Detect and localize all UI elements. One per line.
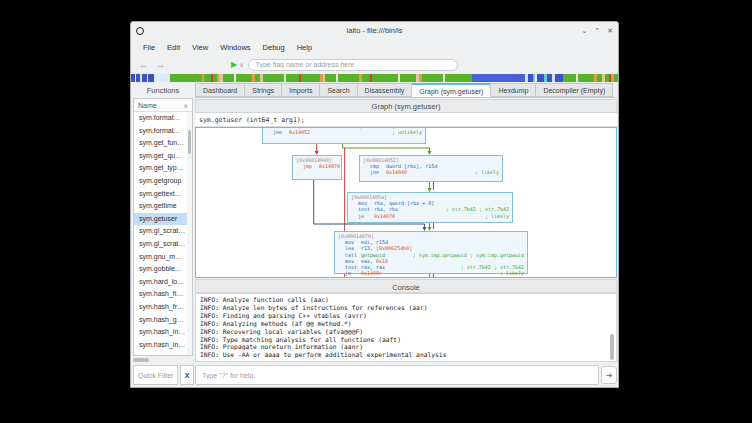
arrow-right-icon: ➜ <box>606 371 613 380</box>
function-signature: sym.getuser (int64_t arg1); <box>195 113 617 127</box>
tab-hexdump[interactable]: Hexdump <box>491 83 536 97</box>
tab-strings[interactable]: Strings <box>245 83 282 97</box>
asm-comment: ; likely <box>477 213 509 219</box>
asm-line: je 0x1409c ; likely <box>338 270 524 276</box>
function-item[interactable]: sym.hash_in… <box>134 326 187 339</box>
function-item[interactable]: sym.hash_in… <box>134 339 187 352</box>
console-dock-title-bar: Console <box>195 279 617 293</box>
memory-segment <box>362 74 370 82</box>
console-output: INFO: Analyze function calls (aac)INFO: … <box>195 293 617 362</box>
tab-imports[interactable]: Imports <box>282 83 320 97</box>
function-item[interactable]: sym.getgroup <box>134 175 187 188</box>
chevron-down-icon[interactable]: ∨ <box>239 61 243 68</box>
basic-block[interactable]: [0x00014052]cmp dword [rbx], r15d jne 0x… <box>359 155 503 182</box>
asm-comment: ; unlikely <box>384 129 422 135</box>
basic-block[interactable]: [0x00014048]jmp 0x14070 <box>292 155 342 180</box>
basic-block[interactable]: [0x00014070]mov edi, r15d lea r13, [0x00… <box>334 231 528 274</box>
function-item[interactable]: sym.gettime <box>134 200 187 213</box>
tab-disassembly[interactable]: Disassembly <box>358 83 413 97</box>
memory-segment <box>555 74 563 82</box>
continue-icon[interactable]: ▶ <box>231 60 237 69</box>
function-item[interactable]: sym.getuser <box>134 213 187 226</box>
minimize-icon[interactable]: ⌄ <box>581 27 587 34</box>
asm-text: je 0x14070 <box>351 213 395 219</box>
function-item[interactable]: sym.get_typ… <box>134 162 187 175</box>
memory-segment <box>301 74 320 82</box>
function-item[interactable]: sym.format… <box>134 112 187 125</box>
function-item[interactable]: sym.gettext… <box>134 188 187 201</box>
execute-command-button[interactable]: ➜ <box>601 366 617 384</box>
function-item[interactable]: sym.get_qu… <box>134 150 187 163</box>
scrollbar-thumb[interactable] <box>188 130 191 154</box>
memory-segment <box>578 74 594 82</box>
tab-dashboard[interactable]: Dashboard <box>195 83 245 97</box>
forward-icon[interactable]: → <box>156 60 165 70</box>
function-item[interactable]: sym.gl_scrat… <box>134 225 187 238</box>
functions-column-header[interactable]: Name ∧ <box>134 99 192 112</box>
clear-filter-button[interactable]: X <box>180 365 194 385</box>
console-command-input[interactable] <box>195 365 599 385</box>
graph-canvas[interactable]: test rbx, rbx ; str.7b42 ; str.7a42jne 0… <box>195 127 617 278</box>
sort-ascending-icon: ∧ <box>184 102 188 109</box>
menu-item-help[interactable]: Help <box>291 41 318 54</box>
functions-vertical-scrollbar[interactable] <box>187 112 192 355</box>
functions-items: sym.format…sym.format…sym.get_fun…sym.ge… <box>134 112 187 355</box>
memory-segment <box>614 74 618 82</box>
asm-line: je 0x14070 ; likely <box>351 213 509 219</box>
scrollbar-thumb[interactable] <box>133 358 149 362</box>
console-line: INFO: Finding and parsing C++ vtables (a… <box>200 312 612 320</box>
function-item[interactable]: sym.gnu_m… <box>134 251 187 264</box>
asm-comment: ; likely <box>492 270 524 276</box>
toolbar: ← → ▶ ∨ <box>131 56 618 73</box>
memory-segment <box>537 74 544 82</box>
tab-search[interactable]: Search <box>320 83 357 97</box>
menu-item-view[interactable]: View <box>186 41 214 54</box>
memory-segment <box>400 74 416 82</box>
function-item[interactable]: sym.hash_g… <box>134 314 187 327</box>
function-item[interactable]: sym.format… <box>134 125 187 138</box>
menu-item-edit[interactable]: Edit <box>161 41 186 54</box>
window-title: iaito - file:///bin/ls <box>131 26 618 35</box>
functions-horizontal-scrollbar[interactable] <box>133 358 193 362</box>
asm-line: jmp 0x14070 <box>296 163 338 169</box>
basic-block[interactable]: test rbx, rbx ; str.7b42 ; str.7a42jne 0… <box>262 127 426 144</box>
function-item[interactable]: sym.hard_lo… <box>134 276 187 289</box>
console-line: INFO: Use -AA or aaaa to perform additio… <box>200 351 612 359</box>
app-window: iaito - file:///bin/ls ⌄ ⌃ ✕ FileEditVie… <box>130 21 619 388</box>
tab-decompiler-empty-[interactable]: Decompiler (Empty) <box>536 83 613 97</box>
asm-line: jne 0x14052 ; unlikely <box>266 129 422 135</box>
memory-map-bar[interactable] <box>131 74 618 82</box>
search-input[interactable] <box>248 59 458 71</box>
asm-text: jne 0x14048 <box>363 169 407 175</box>
menu-item-file[interactable]: File <box>137 41 161 54</box>
basic-block[interactable]: [0x0001405a]mov rbx, qword [rbx + 8] tes… <box>347 192 513 223</box>
memory-segment <box>286 74 299 82</box>
function-item[interactable]: sym.hash_fr… <box>134 301 187 314</box>
asm-text: jne 0x14052 <box>266 129 310 135</box>
console-vertical-scrollbar[interactable] <box>610 324 615 362</box>
functions-list: Name ∧ sym.format…sym.format…sym.get_fun… <box>133 98 193 356</box>
function-item[interactable]: sym.hash_fi… <box>134 288 187 301</box>
memory-segment <box>563 74 576 82</box>
function-item[interactable]: sym.gobble… <box>134 263 187 276</box>
quick-filter-input[interactable] <box>133 365 178 385</box>
close-icon[interactable]: ✕ <box>607 27 613 34</box>
console-line: INFO: Propagate noreturn information (aa… <box>200 343 612 351</box>
memory-segment <box>372 74 399 82</box>
memory-segment <box>170 74 202 82</box>
console-line: INFO: Analyze function calls (aac) <box>200 296 612 304</box>
memory-segment <box>263 74 284 82</box>
back-icon[interactable]: ← <box>139 60 148 70</box>
title-bar[interactable]: iaito - file:///bin/ls ⌄ ⌃ ✕ <box>131 22 618 39</box>
function-item[interactable]: sym.gl_scrat… <box>134 238 187 251</box>
asm-text: je 0x1409c <box>338 270 382 276</box>
tab-bar: DashboardStringsImportsSearchDisassembly… <box>195 83 617 98</box>
maximize-icon[interactable]: ⌃ <box>594 27 600 34</box>
menu-item-debug[interactable]: Debug <box>257 41 291 54</box>
function-item[interactable]: sym.get_fun… <box>134 137 187 150</box>
scrollbar-thumb[interactable] <box>610 334 614 360</box>
graph-dock-title: Graph (sym.getuser) <box>196 100 616 113</box>
memory-segment <box>338 74 359 82</box>
menu-item-windows[interactable]: Windows <box>214 41 256 54</box>
tab-graph-sym-getuser-[interactable]: Graph (sym.getuser) <box>412 83 491 97</box>
